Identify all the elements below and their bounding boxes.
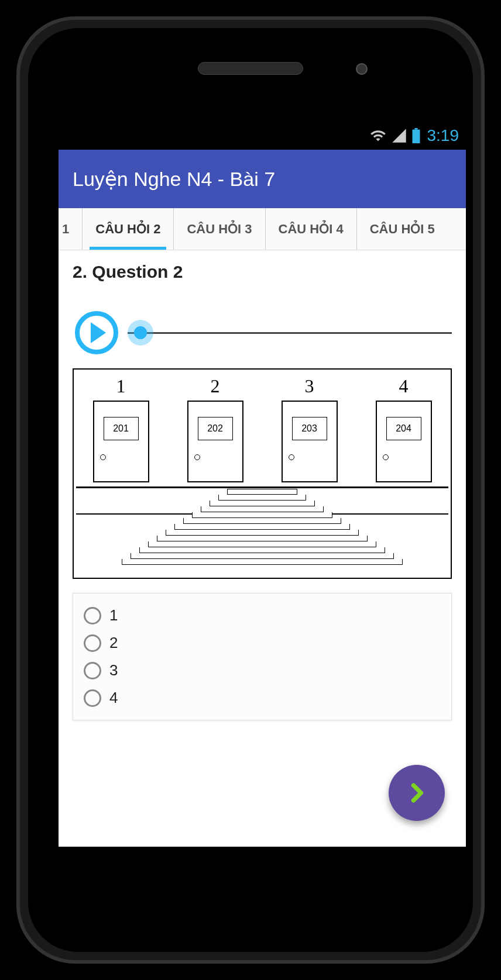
door-knob-icon bbox=[289, 454, 294, 460]
radio-icon bbox=[84, 634, 101, 652]
radio-icon bbox=[84, 607, 101, 624]
door-number-label: 2 bbox=[211, 375, 220, 397]
phone-camera bbox=[356, 63, 368, 75]
svg-rect-0 bbox=[414, 128, 417, 130]
status-bar: 3:19 bbox=[59, 122, 466, 150]
battery-icon bbox=[412, 128, 420, 143]
wifi-icon bbox=[370, 127, 386, 144]
tab-label: CÂU HỎI 4 bbox=[279, 222, 344, 237]
door-column: 3 203 bbox=[282, 375, 338, 482]
phone-speaker bbox=[198, 62, 303, 75]
door-icon: 203 bbox=[282, 401, 338, 482]
question-illustration: 1 201 2 202 bbox=[73, 368, 452, 579]
door-number-label: 1 bbox=[116, 375, 126, 397]
floor-line bbox=[76, 486, 448, 488]
radio-icon bbox=[84, 689, 101, 707]
audio-player bbox=[73, 311, 452, 354]
room-number-plate: 204 bbox=[386, 417, 421, 440]
answer-label: 2 bbox=[109, 634, 118, 652]
tab-question-1[interactable]: 1 bbox=[59, 208, 83, 250]
app-title: Luyện Nghe N4 - Bài 7 bbox=[73, 167, 275, 191]
doors-row: 1 201 2 202 bbox=[74, 375, 451, 486]
tab-label: 1 bbox=[62, 222, 69, 237]
door-knob-icon bbox=[194, 454, 200, 460]
tab-question-4[interactable]: CÂU HỎI 4 bbox=[266, 208, 357, 250]
room-number-plate: 201 bbox=[104, 417, 139, 440]
chevron-right-icon bbox=[404, 780, 430, 806]
answer-label: 1 bbox=[109, 606, 118, 624]
status-time: 3:19 bbox=[427, 126, 459, 145]
answer-label: 3 bbox=[109, 661, 118, 679]
room-number-plate: 202 bbox=[198, 417, 233, 440]
door-number-label: 3 bbox=[305, 375, 314, 397]
door-icon: 202 bbox=[187, 401, 243, 482]
tab-label: CÂU HỎI 2 bbox=[95, 222, 160, 237]
tab-question-2[interactable]: CÂU HỎI 2 bbox=[83, 208, 174, 250]
signal-icon bbox=[391, 127, 407, 144]
tab-question-5[interactable]: CÂU HỎI 5 bbox=[357, 208, 438, 250]
svg-rect-1 bbox=[412, 130, 420, 143]
play-button[interactable] bbox=[75, 311, 118, 354]
tab-label: CÂU HỎI 5 bbox=[370, 222, 435, 237]
door-column: 2 202 bbox=[187, 375, 243, 482]
tab-bar[interactable]: 1 CÂU HỎI 2 CÂU HỎI 3 CÂU HỎI 4 CÂU HỎI … bbox=[59, 208, 466, 250]
answer-option-4[interactable]: 4 bbox=[84, 684, 441, 712]
app-screen: 3:19 Luyện Nghe N4 - Bài 7 1 CÂU HỎI 2 C… bbox=[59, 122, 466, 847]
room-number-plate: 203 bbox=[292, 417, 327, 440]
tab-question-3[interactable]: CÂU HỎI 3 bbox=[174, 208, 265, 250]
door-knob-icon bbox=[383, 454, 389, 460]
radio-icon bbox=[84, 662, 101, 679]
door-icon: 201 bbox=[93, 401, 149, 482]
answer-label: 4 bbox=[109, 689, 118, 707]
tab-label: CÂU HỎI 3 bbox=[187, 222, 252, 237]
next-button[interactable] bbox=[389, 765, 445, 821]
app-bar: Luyện Nghe N4 - Bài 7 bbox=[59, 150, 466, 208]
play-icon bbox=[91, 322, 106, 343]
door-column: 4 204 bbox=[376, 375, 432, 482]
answer-option-1[interactable]: 1 bbox=[84, 602, 441, 629]
door-number-label: 4 bbox=[399, 375, 409, 397]
door-icon: 204 bbox=[376, 401, 432, 482]
answer-list: 1 2 3 4 bbox=[73, 593, 452, 720]
phone-inner: 3:19 Luyện Nghe N4 - Bài 7 1 CÂU HỎI 2 C… bbox=[28, 28, 473, 952]
question-title: 2. Question 2 bbox=[73, 262, 452, 282]
answer-option-3[interactable]: 3 bbox=[84, 657, 441, 684]
stairs-icon bbox=[157, 489, 368, 577]
slider-track bbox=[128, 332, 452, 334]
audio-seek-slider[interactable] bbox=[128, 321, 452, 344]
door-column: 1 201 bbox=[93, 375, 149, 482]
door-knob-icon bbox=[100, 454, 106, 460]
phone-frame: 3:19 Luyện Nghe N4 - Bài 7 1 CÂU HỎI 2 C… bbox=[16, 16, 485, 964]
question-content: 2. Question 2 1 201 bbox=[59, 250, 466, 720]
answer-option-2[interactable]: 2 bbox=[84, 629, 441, 657]
slider-thumb[interactable] bbox=[128, 320, 153, 346]
